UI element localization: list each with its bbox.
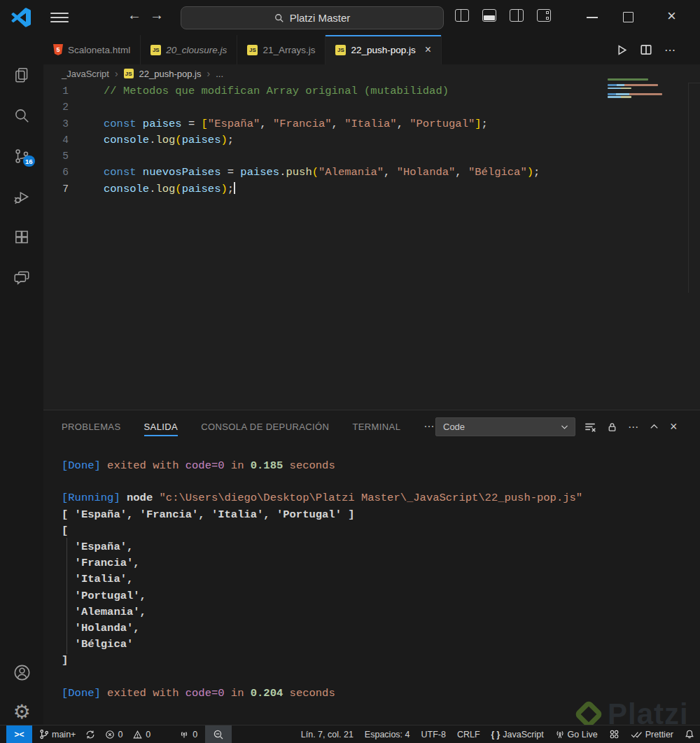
js-file-icon: JS [124,69,134,78]
channel-select-value: Code [443,422,465,432]
output-line [62,669,582,685]
go-live-item[interactable]: Go Live [555,730,598,739]
breadcrumb-folder[interactable]: _JavaScript [62,69,109,79]
toggle-sidebar-icon[interactable] [455,9,469,22]
output-line: 'Francia', [62,555,582,571]
zoom-status-item[interactable] [205,725,232,743]
title-bar: ← → Platzi Master × [0,0,700,35]
search-icon[interactable] [0,98,43,133]
extensions-icon[interactable] [0,220,43,255]
code-line[interactable]: 1// Metodos que modifican Array original… [43,83,700,99]
output-console[interactable]: [Done] exited with code=0 in 0.185 secon… [62,458,582,702]
run-debug-icon[interactable] [0,179,43,214]
text-cursor [234,182,235,194]
lock-icon[interactable] [607,422,617,433]
code-text: const paises = ["España", "Francia", "It… [83,116,488,132]
go-live-tower-icon [555,730,565,739]
line-number: 1 [43,83,83,99]
remote-indicator-button[interactable]: >< [6,725,32,743]
tab-close-icon[interactable]: × [425,43,431,56]
panel-more-actions-icon[interactable]: ⋯ [628,421,638,433]
breadcrumb-symbol[interactable]: ... [216,69,223,79]
encoding-item[interactable]: UTF-8 [421,730,445,739]
line-number: 7 [43,181,83,197]
language-mode-item[interactable]: { } JavaScript [491,730,544,739]
errors-item[interactable]: 0 [105,730,122,739]
output-line: 'Bélgica' [62,637,582,653]
code-text [83,148,104,165]
sync-icon [85,730,95,739]
minimap[interactable] [608,78,674,108]
maximize-panel-icon[interactable] [649,422,659,432]
git-branch-icon [39,729,49,739]
activity-bar: 16 ⚙ [0,35,43,725]
code-line[interactable]: 3const paises = ["España", "Francia", "I… [43,116,700,132]
window-minimize-button[interactable] [587,17,598,18]
explorer-icon[interactable] [0,57,43,92]
chevron-right-icon: › [207,68,211,79]
panel-more-tabs-icon[interactable]: ⋯ [424,420,435,433]
output-line: [ [62,523,582,539]
command-center-search[interactable]: Platzi Master [181,6,444,29]
tab-22-push-pop-js[interactable]: JS 22_push-pop.js × [326,35,442,64]
vscode-logo-icon [11,8,31,27]
panel-tab-terminal[interactable]: TERMINAL [352,410,400,443]
code-line[interactable]: 4console.log(paises); [43,132,700,148]
account-icon[interactable] [0,655,43,690]
indentation-item[interactable]: Espacios: 4 [365,730,410,739]
eol-item[interactable]: CRLF [457,730,480,739]
run-code-button[interactable] [616,44,628,56]
tab-scaloneta-html[interactable]: 5 Scaloneta.html [43,35,141,64]
search-text: Platzi Master [290,12,351,24]
sync-item[interactable] [85,730,95,739]
breadcrumb[interactable]: _JavaScript › JS 22_push-pop.js › ... [62,64,223,83]
close-panel-icon[interactable]: × [670,419,678,434]
back-arrow-icon[interactable]: ← [127,7,141,23]
ports-item[interactable]: 0 [178,730,197,739]
cursor-position-item[interactable]: Lín. 7, col. 21 [301,730,354,739]
panel-tab-salida[interactable]: SALIDA [144,410,178,443]
status-bar-left: main+ 0 0 0 [39,725,197,743]
extension-grid-item[interactable] [609,729,620,739]
toggle-panel-icon[interactable] [482,9,496,22]
clear-output-icon[interactable] [584,421,596,433]
line-number: 2 [43,99,83,116]
grid-dots-icon [609,729,620,739]
breadcrumb-file[interactable]: 22_push-pop.js [139,69,202,79]
forward-arrow-icon[interactable]: → [150,7,164,23]
window-maximize-button[interactable] [623,12,634,22]
window-close-button[interactable]: × [667,7,676,25]
code-text [83,99,104,116]
git-branch-item[interactable]: main+ [39,729,76,739]
code-line[interactable]: 7console.log(paises); [43,181,700,197]
notifications-bell-icon[interactable] [685,729,694,739]
panel-tab-consola-depuracion[interactable]: CONSOLA DE DEPURACIÓN [201,410,329,443]
chat-comments-icon[interactable] [0,261,43,296]
code-line[interactable]: 2 [43,99,700,116]
customize-layout-icon[interactable] [537,9,551,22]
code-line[interactable]: 5 [43,148,700,165]
source-control-icon[interactable]: 16 [0,139,43,174]
tab-21-arrays-js[interactable]: JS 21_Arrays.js [237,35,326,64]
code-lines[interactable]: 1// Metodos que modifican Array original… [43,83,700,197]
chevron-down-icon [560,422,569,431]
code-line[interactable]: 6const nuevosPaises = paises.push("Alema… [43,165,700,181]
js-file-icon: JS [150,45,161,55]
more-actions-icon[interactable]: ⋯ [664,43,676,57]
search-icon [274,13,284,23]
output-line: 'España', [62,539,582,555]
output-line: 'Holanda', [62,620,582,637]
tab-20-clousure-js[interactable]: JS 20_clousure.js [141,35,237,64]
menu-hamburger-icon[interactable] [50,10,69,25]
split-editor-icon[interactable] [640,43,652,56]
toggle-secondary-sidebar-icon[interactable] [510,9,524,22]
output-channel-select[interactable]: Code [435,417,575,436]
status-bar: >< main+ 0 0 0 Lín. 7, col. 21 Espacios:… [0,725,700,743]
output-line [62,474,582,490]
prettier-item[interactable]: Prettier [631,730,673,739]
panel-actions: ⋯ × [584,417,678,436]
code-text: console.log(paises); [83,132,234,148]
panel-tab-problemas[interactable]: PROBLEMAS [62,410,121,443]
output-line: 'Italia', [62,571,582,588]
warnings-item[interactable]: 0 [132,730,150,739]
